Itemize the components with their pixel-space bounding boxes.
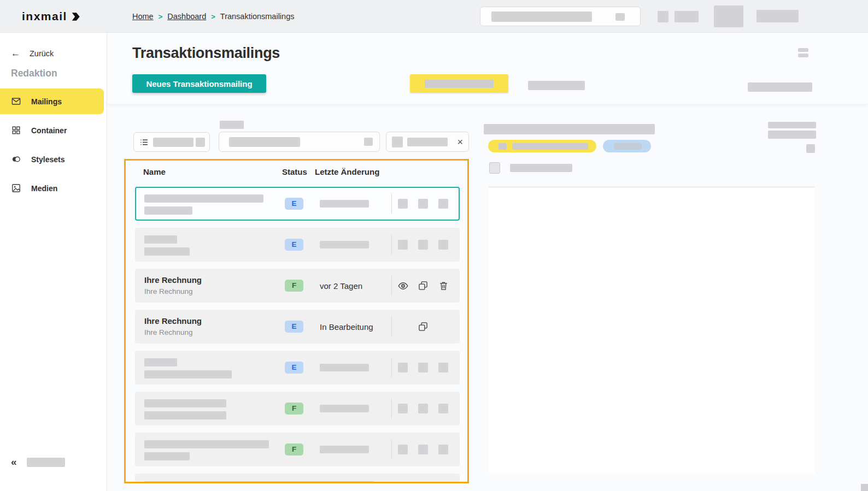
search-shortcut-placeholder [615, 13, 625, 21]
title-strip [107, 33, 868, 104]
page-title: Transaktionsmailings [132, 45, 280, 62]
last-change-cell [320, 241, 369, 249]
stylesets-icon [11, 154, 21, 164]
grid-icon [11, 125, 21, 135]
action-placeholder [398, 445, 408, 454]
action-placeholder [398, 404, 408, 413]
search-placeholder [491, 11, 592, 22]
breadcrumb-dashboard[interactable]: Dashboard [167, 12, 206, 21]
name-placeholder [144, 206, 192, 215]
action-slot-empty [438, 321, 449, 332]
name-placeholder [144, 399, 226, 407]
sidebar-item-stylesets[interactable]: Stylesets [0, 146, 104, 172]
breadcrumb-separator-icon: > [211, 13, 215, 21]
active-filter-chip[interactable]: × [386, 132, 469, 152]
preview-button[interactable] [397, 280, 408, 291]
search-input[interactable] [480, 7, 641, 26]
action-placeholder [418, 363, 428, 372]
table-row[interactable] [135, 474, 460, 483]
last-change-cell [320, 200, 369, 208]
row-actions [397, 352, 449, 383]
action-slot [438, 239, 449, 250]
copy-icon [418, 321, 429, 332]
row-divider [391, 399, 392, 418]
action-placeholder [398, 199, 408, 209]
resize-handle[interactable] [861, 484, 868, 491]
action-placeholder [398, 240, 408, 250]
detail-meta-placeholder-2 [768, 131, 816, 139]
action-placeholder [418, 445, 428, 454]
detail-panel-body [489, 187, 815, 474]
last-change-cell [320, 364, 369, 371]
logo-text: inxmail [22, 10, 67, 23]
sidebar-item-label: Medien [31, 184, 57, 193]
header-avatar-placeholder[interactable] [714, 5, 743, 27]
last-change-cell: vor 2 Tagen [320, 281, 362, 291]
action-placeholder [418, 240, 428, 250]
detail-small-icon-placeholder[interactable] [806, 144, 815, 153]
image-icon [11, 183, 21, 193]
action-slot [438, 198, 449, 209]
table-row[interactable]: Ihre RechnungIhre Rechnung F vor 2 Tagen [135, 269, 460, 303]
sidebar-item-medien[interactable]: Medien [0, 175, 104, 201]
action-slot [438, 403, 449, 414]
table-row[interactable]: Ihre RechnungIhre Rechnung E In Bearbeit… [135, 310, 460, 344]
status-cell: E [285, 239, 303, 251]
header-icon-placeholder[interactable] [658, 11, 668, 22]
search-icon [364, 138, 373, 146]
view-options-placeholder[interactable] [798, 48, 808, 59]
action-slot [418, 403, 429, 414]
row-actions [397, 434, 449, 465]
table-row[interactable]: E [135, 351, 460, 384]
sidebar-item-label: Stylesets [31, 155, 64, 164]
filter-label-placeholder [220, 121, 244, 129]
sidebar-item-mailings[interactable]: Mailings [0, 88, 104, 114]
action-slot [397, 198, 408, 209]
back-button[interactable]: ← Zurück [11, 48, 54, 59]
list-search-input[interactable] [219, 132, 380, 152]
mail-icon [11, 96, 21, 107]
row-divider [391, 440, 392, 459]
table-row[interactable]: F [135, 433, 460, 466]
name-placeholder [144, 235, 177, 244]
action-slot [397, 239, 408, 250]
list-type-dropdown[interactable] [133, 132, 210, 152]
action-placeholder [438, 445, 448, 454]
duplicate-button[interactable] [418, 280, 429, 291]
last-change-placeholder [320, 405, 369, 412]
action-placeholder [438, 240, 448, 250]
table-row[interactable]: E [135, 228, 460, 262]
table-row[interactable]: F [135, 392, 460, 425]
detail-chip-yellow[interactable] [488, 140, 596, 152]
status-badge: E [285, 239, 303, 251]
arrow-left-icon: ← [11, 48, 20, 59]
secondary-action-button-placeholder[interactable] [410, 74, 508, 93]
header-label-placeholder [675, 11, 699, 22]
collapse-sidebar-button[interactable]: « [11, 456, 17, 468]
sidebar-item-container[interactable]: Container [0, 117, 104, 143]
last-change-cell [320, 446, 369, 453]
column-header-status: Status [282, 167, 307, 176]
delete-button[interactable] [438, 280, 449, 291]
clear-filter-button[interactable]: × [457, 137, 463, 147]
last-change-cell: In Bearbeitung [320, 322, 373, 332]
duplicate-button[interactable] [418, 321, 429, 332]
row-divider [391, 276, 392, 295]
sidebar-section-title: Redaktion [11, 68, 57, 79]
list-icon [139, 138, 149, 147]
new-transaction-mailing-button[interactable]: Neues Transaktionsmailing [132, 74, 266, 93]
collapse-label-placeholder [27, 458, 65, 467]
row-divider [391, 317, 392, 336]
table-row[interactable]: E [135, 187, 460, 221]
breadcrumb-home[interactable]: Home [132, 12, 154, 21]
name-cell: Ihre RechnungIhre Rechnung [144, 275, 202, 296]
toolbar-right-placeholder [748, 82, 812, 92]
action-slot [418, 444, 429, 455]
chevron-down-icon [196, 138, 205, 147]
detail-chip-blue[interactable] [603, 140, 651, 152]
mailing-subtitle: Ihre Rechnung [144, 328, 202, 337]
mailing-subtitle: Ihre Rechnung [144, 287, 202, 296]
action-placeholder [398, 363, 408, 372]
inxmail-logo[interactable]: inxmail [22, 0, 80, 33]
detail-checkbox-placeholder[interactable] [489, 162, 500, 174]
